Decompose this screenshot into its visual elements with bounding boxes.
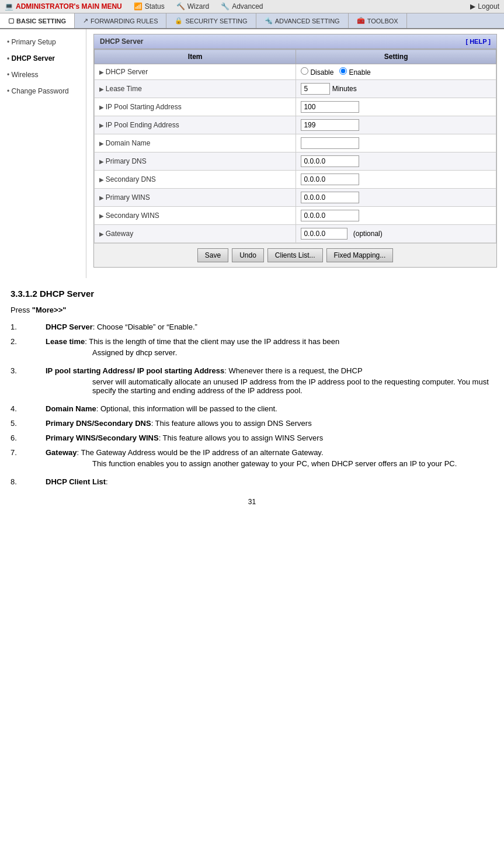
status-icon: 📶 (134, 2, 142, 11)
doc-item-1: 1.DHCP Server: Choose “Disable” or “Enab… (11, 322, 493, 331)
col-item-header: Item (95, 50, 296, 64)
sub-nav: ▢ BASIC SETTING ↗ FORWARDING RULES 🔒 SEC… (0, 13, 504, 29)
doc-list: 1.DHCP Server: Choose “Disable” or “Enab… (11, 322, 493, 486)
item-cell-gateway: Gateway (95, 225, 296, 243)
setting-cell-secondary-dns (296, 171, 496, 189)
ip-pool-start-input[interactable] (301, 101, 359, 113)
doc-item-3: 3.IP pool starting Address/ IP pool star… (11, 366, 493, 398)
basic-icon: ▢ (8, 17, 14, 25)
nav-status[interactable]: 📶 Status (134, 2, 165, 11)
setting-cell-dhcp-server: DisableEnable (296, 64, 496, 80)
doc-label-6: Primary WINS/Secondary WINS (46, 434, 159, 442)
doc-item-8: 8.DHCP Client List: (11, 477, 493, 486)
undo-button[interactable]: Undo (232, 248, 264, 262)
doc-item-5: 5.Primary DNS/Secondary DNS: This featur… (11, 419, 493, 428)
dhcp-server-enable-radio[interactable] (339, 67, 347, 75)
subnav-forwarding[interactable]: ↗ FORWARDING RULES (75, 13, 167, 28)
fixed-mapping-button[interactable]: Fixed Mapping... (326, 248, 394, 262)
primary-wins-input[interactable] (301, 192, 359, 203)
nav-advanced[interactable]: 🔧 Advanced (221, 2, 263, 11)
doc-sub-2: Assigned by dhcp server. (92, 348, 493, 357)
secondary-wins-input[interactable] (301, 210, 359, 221)
wizard-icon: 🔨 (176, 2, 185, 11)
ip-pool-end-input[interactable] (301, 119, 359, 131)
toolbox-icon: 🧰 (357, 17, 365, 25)
doc-label-4: Domain Name (46, 404, 96, 413)
table-row: IP Pool Starting Address (95, 98, 496, 116)
item-cell-primary-dns: Primary DNS (95, 152, 296, 171)
setting-cell-primary-wins (296, 189, 496, 207)
table-row: Domain Name (95, 134, 496, 152)
nav-admin[interactable]: 💻 ADMINISTRATOR's MAIN MENU (5, 2, 122, 11)
clients-list-button[interactable]: Clients List... (267, 248, 323, 262)
item-cell-ip-pool-end: IP Pool Ending Address (95, 116, 296, 134)
item-cell-secondary-wins: Secondary WINS (95, 207, 296, 225)
subnav-toolbox[interactable]: 🧰 TOOLBOX (349, 13, 407, 28)
advanced-icon: 🔧 (221, 2, 230, 11)
press-line: Press "More>>" (11, 306, 493, 314)
table-row: Secondary DNS (95, 171, 496, 189)
section-title: DHCP Server (100, 37, 143, 46)
sidebar-item-primary-setup[interactable]: Primary Setup (0, 34, 86, 50)
doc-item-7: 7.Gateway: The Gateway Address would be … (11, 448, 493, 471)
lease-time-input[interactable] (301, 83, 330, 95)
dhcp-server-disable-radio[interactable] (301, 67, 308, 75)
sidebar-item-change-password[interactable]: Change Password (0, 83, 86, 99)
setting-cell-primary-dns (296, 152, 496, 171)
doc-label-3: IP pool starting Address/ IP pool starti… (46, 366, 224, 375)
doc-label-7: Gateway (46, 448, 77, 457)
forwarding-icon: ↗ (83, 17, 88, 25)
subnav-advanced[interactable]: 🔩 ADVANCED SETTING (256, 13, 349, 28)
setting-cell-secondary-wins (296, 207, 496, 225)
item-cell-ip-pool-start: IP Pool Starting Address (95, 98, 296, 116)
nav-wizard[interactable]: 🔨 Wizard (176, 2, 209, 11)
gateway-input[interactable] (301, 228, 347, 240)
item-cell-primary-wins: Primary WINS (95, 189, 296, 207)
save-button[interactable]: Save (197, 248, 228, 262)
setting-cell-ip-pool-start (296, 98, 496, 116)
dhcp-button-row: Save Undo Clients List... Fixed Mapping.… (94, 243, 496, 267)
subnav-security[interactable]: 🔒 SECURITY SETTING (166, 13, 256, 28)
setting-cell-domain-name (296, 134, 496, 152)
table-row: Primary DNS (95, 152, 496, 171)
doc-label-5: Primary DNS/Secondary DNS (46, 419, 151, 428)
dhcp-section-box: DHCP Server [ HELP ] Item Setting DHCP S… (93, 34, 497, 268)
doc-label-2: Lease time (46, 337, 85, 346)
item-cell-domain-name: Domain Name (95, 134, 296, 152)
doc-item-2: 2.Lease time: This is the length of time… (11, 337, 493, 360)
table-row: Lease Time Minutes (95, 80, 496, 98)
sidebar: Primary Setup DHCP Server Wireless Chang… (0, 29, 86, 278)
doc-label-1: DHCP Server (46, 322, 93, 331)
more-text: "More>>" (32, 306, 67, 314)
page-content: 3.3.1.2 DHCP Server Press "More>>" 1.DHC… (0, 278, 504, 512)
table-row: Primary WINS (95, 189, 496, 207)
doc-sub-3: server will automatically allocate an un… (92, 377, 493, 395)
domain-name-input[interactable] (301, 137, 359, 149)
item-cell-secondary-dns: Secondary DNS (95, 171, 296, 189)
section-header: DHCP Server [ HELP ] (94, 34, 496, 49)
advset-icon: 🔩 (265, 17, 273, 25)
sidebar-item-wireless[interactable]: Wireless (0, 67, 86, 83)
primary-dns-input[interactable] (301, 155, 359, 167)
table-row: Secondary WINS (95, 207, 496, 225)
security-icon: 🔒 (175, 17, 183, 25)
page-title: 3.3.1.2 DHCP Server (11, 289, 493, 299)
doc-item-4: 4.Domain Name: Optional, this informatio… (11, 404, 493, 413)
doc-item-6: 6.Primary WINS/Secondary WINS: This feat… (11, 434, 493, 442)
setting-cell-gateway: (optional) (296, 225, 496, 243)
subnav-basic[interactable]: ▢ BASIC SETTING (0, 13, 75, 28)
page-number: 31 (11, 498, 493, 506)
sidebar-item-dhcp-server[interactable]: DHCP Server (0, 50, 86, 67)
table-row: DHCP ServerDisableEnable (95, 64, 496, 80)
secondary-dns-input[interactable] (301, 174, 359, 185)
setting-cell-lease-time: Minutes (296, 80, 496, 98)
doc-label-8: DHCP Client List (46, 477, 106, 486)
help-link[interactable]: [ HELP ] (465, 38, 491, 45)
item-cell-lease-time: Lease Time (95, 80, 296, 98)
main-layout: Primary Setup DHCP Server Wireless Chang… (0, 29, 504, 278)
content-area: DHCP Server [ HELP ] Item Setting DHCP S… (86, 29, 504, 278)
col-setting-header: Setting (296, 50, 496, 64)
admin-icon: 💻 (5, 2, 13, 11)
doc-sub-7: This function enables you to assign anot… (92, 459, 493, 468)
nav-logout[interactable]: ▶ Logout (470, 2, 499, 11)
